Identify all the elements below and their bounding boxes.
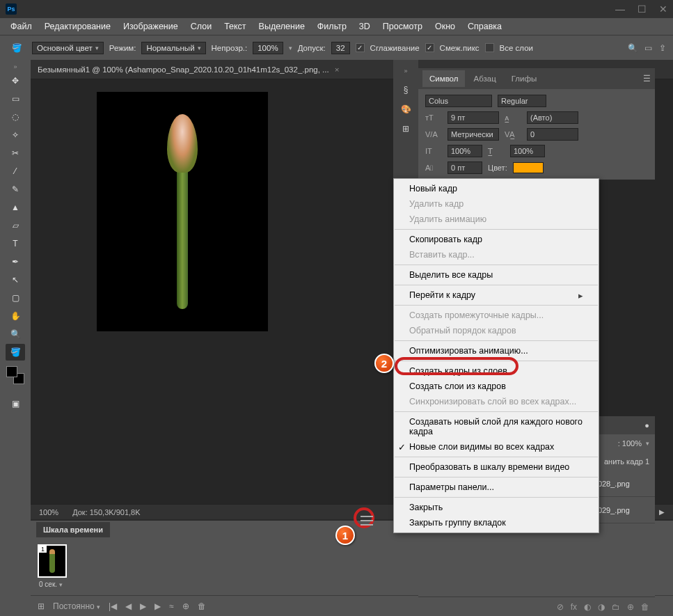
alllayers-check[interactable] (485, 43, 494, 52)
antialias-check[interactable]: ✓ (356, 43, 365, 52)
collapse-icon[interactable]: » (3, 63, 28, 71)
zoom-tool[interactable]: 🔍 (6, 326, 25, 342)
contiguous-check[interactable]: ✓ (425, 43, 434, 52)
menu-выделение[interactable]: Выделение (254, 19, 310, 33)
share-icon[interactable]: ⇪ (659, 43, 666, 53)
font-family[interactable]: Colus (425, 95, 492, 107)
menuitem[interactable]: Перейти к кадру (394, 287, 599, 303)
workspace-icon[interactable]: ▭ (644, 43, 652, 53)
bucket-icon[interactable]: 🪣 (7, 40, 26, 56)
text-color[interactable] (513, 162, 544, 173)
hand-tool[interactable]: ✋ (6, 308, 25, 324)
opacity-value[interactable]: 100% (253, 42, 283, 54)
tab-paragraph[interactable]: Абзац (466, 70, 502, 87)
wand-tool[interactable]: ✧ (6, 127, 25, 143)
brush-tool[interactable]: ✎ (6, 181, 25, 198)
menu-справка[interactable]: Справка (463, 19, 507, 33)
shape-tool[interactable]: ▢ (6, 290, 25, 306)
play-icon[interactable]: ▶ (140, 601, 146, 611)
new-frame-icon[interactable]: ⊕ (182, 601, 189, 611)
menubar[interactable]: ФайлРедактированиеИзображениеСлоиТекстВы… (0, 18, 673, 35)
menu-слои[interactable]: Слои (186, 19, 216, 33)
font-size[interactable]: 9 пт (448, 111, 499, 124)
tab-timeline[interactable]: Шкала времени (36, 522, 110, 537)
crop-tool[interactable]: ✂ (6, 145, 25, 161)
collapse-right-icon[interactable]: » (393, 67, 418, 75)
fg-bg-colors[interactable] (6, 366, 24, 384)
timeline-context-menu[interactable]: Новый кадрУдалить кадрУдалить анимациюСк… (393, 178, 599, 533)
lasso-tool[interactable]: ◌ (6, 109, 25, 125)
marquee-tool[interactable]: ▭ (6, 90, 25, 107)
mode-select[interactable]: Нормальный ▾ (141, 42, 205, 54)
menuitem[interactable]: Выделить все кадры (394, 267, 599, 283)
kerning[interactable]: Метрически (448, 128, 499, 141)
menuitem[interactable]: Скопировать кадр (394, 232, 599, 247)
leading[interactable]: (Авто) (527, 111, 578, 124)
first-frame-icon[interactable]: |◀ (109, 601, 117, 611)
close-tab-icon[interactable]: × (335, 65, 340, 74)
eraser-tool[interactable]: ▱ (6, 217, 25, 234)
fx-icon[interactable]: fx (571, 602, 577, 612)
menu-файл[interactable]: Файл (6, 19, 37, 33)
menuitem[interactable]: Новые слои видимы во всех кадрах (394, 439, 599, 455)
type-tool[interactable]: T (6, 235, 25, 252)
menu-просмотр[interactable]: Просмотр (378, 19, 427, 33)
next-frame-icon[interactable]: ▶ (155, 601, 161, 611)
menuitem[interactable]: Оптимизировать анимацию... (394, 343, 599, 358)
frame-1[interactable]: 1 0 сек. ▾ (38, 544, 67, 590)
swatches-icon[interactable]: 🎨 (401, 104, 411, 114)
tracking[interactable]: 0 (527, 128, 578, 141)
menuitem[interactable]: Закрыть (394, 500, 599, 515)
tolerance-value[interactable]: 32 (331, 42, 350, 54)
path-tool[interactable]: ↖ (6, 271, 25, 288)
menuitem[interactable]: Создать кадры из слоев (394, 363, 599, 379)
new-layer-icon[interactable]: ⊕ (627, 602, 634, 612)
menuitem[interactable]: Создавать новый слой для каждого нового … (394, 414, 599, 439)
menu-текст[interactable]: Текст (219, 19, 251, 33)
baseline[interactable]: 0 пт (448, 161, 482, 174)
eyedropper-tool[interactable]: ⁄ (6, 163, 25, 180)
maximize-icon[interactable]: ☐ (638, 3, 647, 15)
link-icon[interactable]: ⊘ (557, 602, 564, 612)
menu-окно[interactable]: Окно (430, 19, 460, 33)
tween-icon[interactable]: ≈ (169, 601, 174, 611)
font-weight[interactable]: Regular (498, 95, 546, 107)
tab-symbol[interactable]: Символ (422, 70, 465, 87)
quickmask-icon[interactable]: ▣ (6, 395, 25, 412)
folder-icon[interactable]: 🗀 (612, 602, 620, 612)
menuitem[interactable]: Новый кадр (394, 181, 599, 196)
menuitem[interactable]: Параметры панели... (394, 480, 599, 495)
convert-icon[interactable]: ⊞ (38, 601, 45, 611)
stamp-tool[interactable]: ▲ (6, 199, 25, 216)
zoom-level[interactable]: 100% (39, 508, 58, 516)
trash-icon[interactable]: 🗑 (641, 602, 649, 612)
fill-source[interactable]: Основной цвет ▾ (32, 42, 104, 54)
canvas[interactable] (97, 92, 268, 331)
menu-3d[interactable]: 3D (354, 19, 375, 33)
delete-frame-icon[interactable]: 🗑 (198, 601, 206, 611)
vscale[interactable]: 100% (448, 145, 482, 157)
prev-frame-icon[interactable]: ◀ (125, 601, 132, 611)
move-tool[interactable]: ✥ (6, 72, 25, 89)
search-icon[interactable]: 🔍 (628, 43, 638, 53)
character-panel: Символ Абзац Глифы ☰ Colus Regular тT9 п… (418, 68, 655, 180)
bucket-tool[interactable]: 🪣 (6, 344, 25, 361)
hscale[interactable]: 100% (510, 145, 545, 157)
menu-фильтр[interactable]: Фильтр (312, 19, 351, 33)
panel-menu-icon[interactable]: ☰ (643, 74, 651, 84)
menu-изображение[interactable]: Изображение (118, 19, 183, 33)
grid-icon[interactable]: ⊞ (402, 124, 409, 134)
menuitem[interactable]: Создать слои из кадров (394, 379, 599, 394)
tab-glyphs[interactable]: Глифы (505, 70, 544, 87)
menuitem[interactable]: Преобразовать в шкалу времени видео (394, 459, 599, 475)
layer-filter-icon[interactable]: ● (644, 421, 649, 429)
loop-select[interactable]: Постоянно ▾ (53, 601, 100, 611)
minimize-icon[interactable]: — (615, 3, 625, 15)
adjust-icon[interactable]: ◑ (598, 602, 605, 612)
mask-icon[interactable]: ◐ (584, 602, 591, 612)
pen-tool[interactable]: ✒ (6, 253, 25, 270)
paragraph-icon[interactable]: § (404, 85, 409, 95)
menu-редактирование[interactable]: Редактирование (40, 19, 116, 33)
close-icon[interactable]: ✕ (659, 3, 667, 15)
menuitem[interactable]: Закрыть группу вкладок (394, 515, 599, 530)
